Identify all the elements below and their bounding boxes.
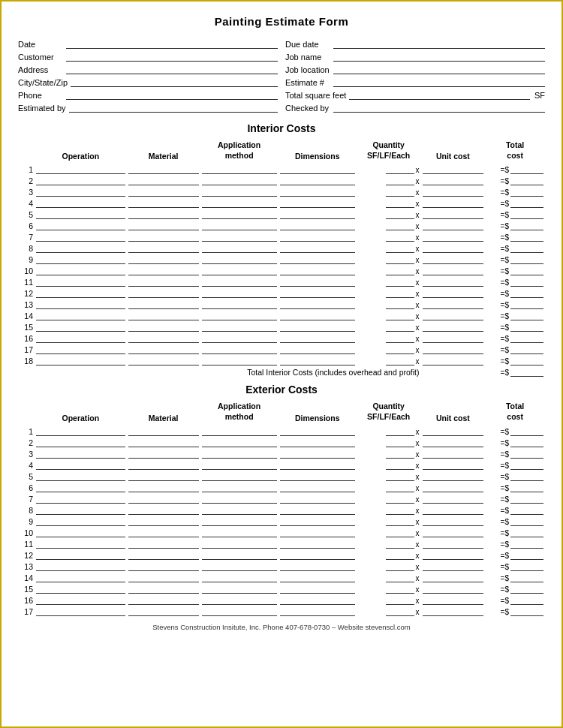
eq-sign-int-11: =$ xyxy=(501,278,509,287)
interior-op-17 xyxy=(35,344,127,355)
exterior-row-num-12: 12 xyxy=(18,549,35,561)
interior-app-4 xyxy=(200,197,278,209)
x-sign-ext-16: x xyxy=(416,597,420,605)
interior-row-num-6: 6 xyxy=(18,220,35,231)
exterior-total-5: =$ xyxy=(485,471,545,482)
eq-sign-int-2: =$ xyxy=(501,177,509,185)
exterior-op-5 xyxy=(35,471,127,482)
interior-dim-2 xyxy=(278,175,357,186)
exterior-mat-11 xyxy=(127,538,200,549)
exterior-total-2: =$ xyxy=(485,437,545,448)
exterior-unit-5 xyxy=(421,471,486,482)
interior-total-5: =$ xyxy=(485,209,545,220)
x-sign-ext-11: x xyxy=(416,540,420,549)
interior-qty-5: x xyxy=(357,209,421,220)
job-name-row: Job name xyxy=(285,51,545,62)
interior-dim-1 xyxy=(278,164,357,175)
interior-dim-5 xyxy=(278,209,357,220)
interior-app-9 xyxy=(200,254,278,265)
exterior-unit-12 xyxy=(421,549,486,561)
x-sign-7: x xyxy=(416,233,420,242)
interior-unit-15 xyxy=(421,321,486,332)
exterior-unit-14 xyxy=(421,572,486,583)
exterior-qty-9: x xyxy=(357,516,421,527)
eq-sign-int-17: =$ xyxy=(501,346,509,354)
eq-sign-ext-6: =$ xyxy=(501,484,509,492)
exterior-dim-4 xyxy=(278,459,357,471)
exterior-unit-6 xyxy=(421,482,486,493)
header-section: Date Customer Address City/State/Zip Pho… xyxy=(18,38,545,115)
estimate-num-line xyxy=(333,77,545,87)
interior-unit-14 xyxy=(421,310,486,321)
exterior-total-14: =$ xyxy=(485,572,545,583)
interior-op-14 xyxy=(35,310,127,321)
date-line xyxy=(66,38,278,49)
interior-dim-3 xyxy=(278,186,357,197)
exterior-mat-4 xyxy=(127,459,200,471)
interior-op-3 xyxy=(35,186,127,197)
eq-sign-ext-16: =$ xyxy=(501,597,509,605)
interior-app-8 xyxy=(200,242,278,254)
x-sign-5: x xyxy=(416,211,420,219)
exterior-dim-6 xyxy=(278,482,357,493)
interior-mat-7 xyxy=(127,231,200,242)
exterior-mat-2 xyxy=(127,437,200,448)
interior-dim-17 xyxy=(278,344,357,355)
th-exterior-quantity: QuantitySF/LF/Each xyxy=(357,400,421,425)
exterior-app-13 xyxy=(200,561,278,572)
interior-unit-1 xyxy=(421,164,486,175)
exterior-row-9: 9 x =$ xyxy=(18,516,545,527)
exterior-qty-15: x xyxy=(357,583,421,594)
exterior-op-9 xyxy=(35,516,127,527)
interior-mat-15 xyxy=(127,321,200,332)
interior-app-10 xyxy=(200,265,278,276)
exterior-row-14: 14 x =$ xyxy=(18,572,545,583)
exterior-app-5 xyxy=(200,471,278,482)
phone-row: Phone xyxy=(18,89,278,100)
interior-dim-18 xyxy=(278,355,357,366)
interior-unit-13 xyxy=(421,299,486,310)
address-line xyxy=(66,64,278,74)
exterior-qty-16: x xyxy=(357,594,421,606)
interior-total-1: =$ xyxy=(485,164,545,175)
exterior-row-1: 1 x =$ xyxy=(18,426,545,437)
interior-total-label: Total Interior Costs (includes overhead … xyxy=(18,366,421,378)
x-sign-ext-10: x xyxy=(416,529,420,537)
x-sign-3: x xyxy=(416,188,420,197)
page: Painting Estimate Form Date Customer Add… xyxy=(0,0,563,728)
interior-qty-18: x xyxy=(357,355,421,366)
exterior-app-3 xyxy=(200,448,278,459)
interior-row-2: 2 x =$ xyxy=(18,175,545,186)
interior-row-6: 6 x =$ xyxy=(18,220,545,231)
exterior-app-4 xyxy=(200,459,278,471)
exterior-app-11 xyxy=(200,538,278,549)
address-row: Address xyxy=(18,64,278,74)
total-sqft-label: Total square feet xyxy=(285,91,346,100)
city-row: City/State/Zip xyxy=(18,77,278,87)
interior-qty-3: x xyxy=(357,186,421,197)
x-sign-17: x xyxy=(416,346,420,354)
exterior-op-3 xyxy=(35,448,127,459)
interior-dim-4 xyxy=(278,197,357,209)
exterior-total-11: =$ xyxy=(485,538,545,549)
interior-dim-8 xyxy=(278,242,357,254)
eq-sign-ext-12: =$ xyxy=(501,552,509,560)
interior-unit-8 xyxy=(421,242,486,254)
x-sign-ext-14: x xyxy=(416,574,420,582)
total-sqft-line xyxy=(349,89,530,100)
interior-unit-17 xyxy=(421,344,486,355)
exterior-app-10 xyxy=(200,527,278,538)
interior-dim-16 xyxy=(278,332,357,344)
interior-op-1 xyxy=(35,164,127,175)
exterior-title: Exterior Costs xyxy=(18,384,545,396)
exterior-unit-9 xyxy=(421,516,486,527)
exterior-row-17: 17 x =$ xyxy=(18,606,545,617)
interior-unit-5 xyxy=(421,209,486,220)
interior-mat-6 xyxy=(127,220,200,231)
exterior-row-4: 4 x =$ xyxy=(18,459,545,471)
exterior-row-12: 12 x =$ xyxy=(18,549,545,561)
interior-row-num-4: 4 xyxy=(18,197,35,209)
header-left: Date Customer Address City/State/Zip Pho… xyxy=(18,38,278,115)
interior-qty-8: x xyxy=(357,242,421,254)
total-sqft-row: Total square feet SF xyxy=(285,89,545,100)
